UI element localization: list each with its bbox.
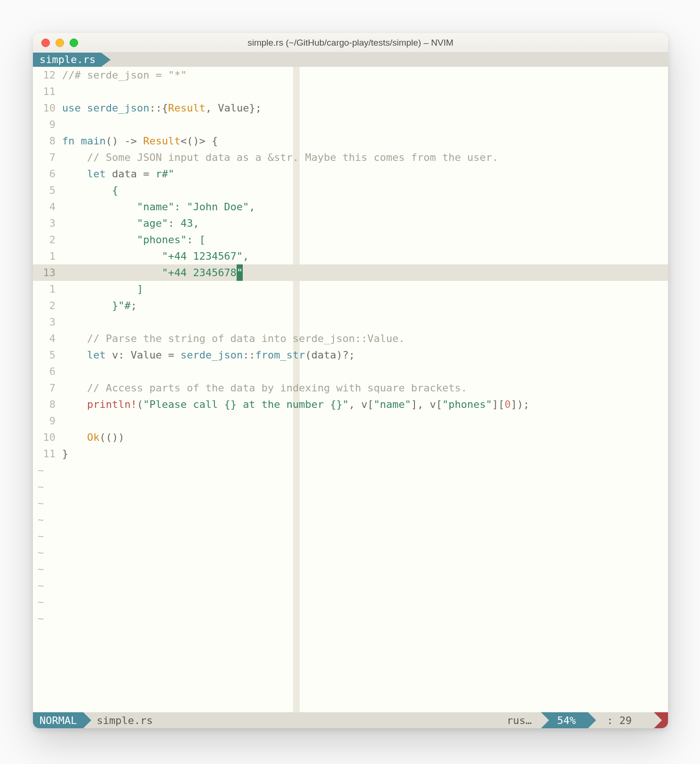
code-line[interactable]: 3 <box>33 314 668 330</box>
code-line[interactable]: 7 // Some JSON input data as a &str. May… <box>33 149 668 166</box>
gutter-number: 7 <box>33 380 59 396</box>
editor-area[interactable]: 12//# serde_json = "*"1110use serde_json… <box>33 67 668 712</box>
code-content: use serde_json::{Result, Value}; <box>59 100 262 116</box>
code-content: }"#; <box>59 297 137 314</box>
gutter-number: 9 <box>33 116 59 133</box>
code-content: "+44 1234567", <box>59 248 249 264</box>
code-line[interactable]: 10use serde_json::{Result, Value}; <box>33 100 668 116</box>
empty-line-tilde: ~ <box>33 577 668 594</box>
code-line[interactable]: 5 { <box>33 182 668 199</box>
statusbar: NORMAL simple.rs rus… 54% : 29 <box>33 712 668 728</box>
empty-line-tilde: ~ <box>33 544 668 561</box>
tabbar: simple.rs <box>33 53 668 67</box>
code-line[interactable]: 9 <box>33 413 668 429</box>
gutter-number: 7 <box>33 149 59 166</box>
gutter-number: 6 <box>33 363 59 380</box>
code-content <box>59 363 62 380</box>
code-content <box>59 314 62 330</box>
code-line[interactable]: 11 <box>33 83 668 100</box>
code-content: //# serde_json = "*" <box>59 67 187 83</box>
code-content: } <box>59 446 68 462</box>
gutter-number: 4 <box>33 330 59 347</box>
code-content: "+44 2345678" <box>59 264 243 281</box>
gutter-number: 2 <box>33 231 59 248</box>
code-line[interactable]: 7 // Access parts of the data by indexin… <box>33 380 668 396</box>
status-lang: rus… <box>502 712 541 728</box>
code-content <box>59 83 62 100</box>
gutter-number: 13 <box>33 264 59 281</box>
code-content: println!("Please call {} at the number {… <box>59 396 529 413</box>
code-content <box>59 413 62 429</box>
code-content: // Parse the string of data into serde_j… <box>59 330 405 347</box>
code-line[interactable]: 11} <box>33 446 668 462</box>
code-line[interactable]: 8 println!("Please call {} at the number… <box>33 396 668 413</box>
code-line[interactable]: 4 // Parse the string of data into serde… <box>33 330 668 347</box>
code-line[interactable]: 9 <box>33 116 668 133</box>
code-content: ] <box>59 281 143 297</box>
tab-simple-rs[interactable]: simple.rs <box>33 53 101 67</box>
gutter-number: 8 <box>33 396 59 413</box>
gutter-number: 4 <box>33 199 59 215</box>
gutter-number: 5 <box>33 347 59 363</box>
gutter-number: 10 <box>33 429 59 446</box>
code-line[interactable]: 2 "phones": [ <box>33 231 668 248</box>
gutter-number: 10 <box>33 100 59 116</box>
gutter-number: 6 <box>33 166 59 182</box>
code-content: // Some JSON input data as a &str. Maybe… <box>59 149 498 166</box>
empty-line-tilde: ~ <box>33 528 668 544</box>
code-content: "name": "John Doe", <box>59 199 255 215</box>
code-content: "age": 43, <box>59 215 199 231</box>
status-col: : 29 <box>588 712 654 728</box>
code-line[interactable]: 10 Ok(()) <box>33 429 668 446</box>
empty-line-tilde: ~ <box>33 478 668 495</box>
status-end-marker <box>654 712 668 728</box>
gutter-number: 12 <box>33 67 59 83</box>
code-content: Ok(()) <box>59 429 124 446</box>
code-line[interactable]: 5 let v: Value = serde_json::from_str(da… <box>33 347 668 363</box>
gutter-number: 11 <box>33 446 59 462</box>
gutter-number: 3 <box>33 314 59 330</box>
code-line[interactable]: 12//# serde_json = "*" <box>33 67 668 83</box>
gutter-number: 1 <box>33 248 59 264</box>
code-line[interactable]: 3 "age": 43, <box>33 215 668 231</box>
code-line[interactable]: 1 ] <box>33 281 668 297</box>
status-col-label: : <box>607 715 613 726</box>
code-content: "phones": [ <box>59 231 206 248</box>
code-content: fn main() -> Result<()> { <box>59 133 218 149</box>
gutter-number: 9 <box>33 413 59 429</box>
code-line[interactable]: 4 "name": "John Doe", <box>33 199 668 215</box>
titlebar: simple.rs (~/GitHub/cargo-play/tests/sim… <box>33 33 668 53</box>
code-content: // Access parts of the data by indexing … <box>59 380 467 396</box>
gutter-number: 5 <box>33 182 59 199</box>
code-line[interactable]: 2 }"#; <box>33 297 668 314</box>
status-file: simple.rs <box>83 712 502 728</box>
code-content: let v: Value = serde_json::from_str(data… <box>59 347 355 363</box>
gutter-number: 11 <box>33 83 59 100</box>
code-line[interactable]: 13 "+44 2345678" <box>33 264 668 281</box>
gutter-number: 1 <box>33 281 59 297</box>
empty-line-tilde: ~ <box>33 495 668 511</box>
status-mode: NORMAL <box>33 712 83 728</box>
code-line[interactable]: 8fn main() -> Result<()> { <box>33 133 668 149</box>
code-content: let data = r#" <box>59 166 174 182</box>
empty-line-tilde: ~ <box>33 594 668 610</box>
status-col-value: 29 <box>620 715 632 726</box>
empty-line-tilde: ~ <box>33 610 668 627</box>
empty-line-tilde: ~ <box>33 511 668 528</box>
gutter-number: 3 <box>33 215 59 231</box>
code-line[interactable]: 6 <box>33 363 668 380</box>
gutter-number: 8 <box>33 133 59 149</box>
empty-line-tilde: ~ <box>33 561 668 577</box>
code-line[interactable]: 6 let data = r#" <box>33 166 668 182</box>
code-content <box>59 116 62 133</box>
code-line[interactable]: 1 "+44 1234567", <box>33 248 668 264</box>
empty-line-tilde: ~ <box>33 462 668 478</box>
gutter-number: 2 <box>33 297 59 314</box>
status-percent: 54% <box>541 712 588 728</box>
editor-window: simple.rs (~/GitHub/cargo-play/tests/sim… <box>33 33 668 728</box>
code-content: { <box>59 182 118 199</box>
window-title: simple.rs (~/GitHub/cargo-play/tests/sim… <box>33 38 668 48</box>
